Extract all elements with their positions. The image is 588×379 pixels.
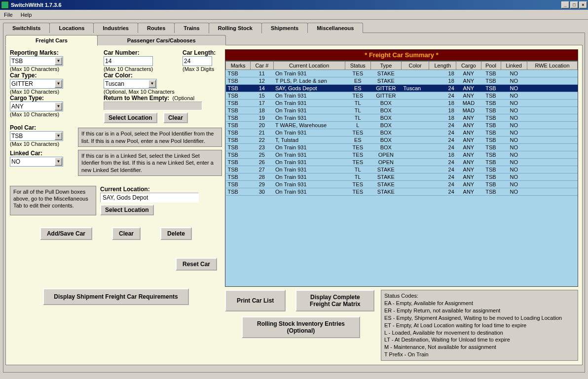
col-header[interactable]: Linked [501, 62, 527, 70]
table-row[interactable]: TSB14SAY, Gods DepotESGITTERTuscan24ANYT… [226, 85, 578, 92]
col-header[interactable]: Status [345, 62, 370, 70]
table-row[interactable]: TSB29On Train 931TESSTAKE24ANYTSBNO [226, 181, 578, 188]
col-header[interactable]: Pool [481, 62, 501, 70]
table-row[interactable]: TSB19On Train 931TLBOX18ANYTSBNO [226, 114, 578, 122]
tab-trains[interactable]: Trains [174, 23, 209, 33]
select-location-button-1[interactable]: Select Location [104, 112, 157, 123]
status-line: ER - Empty Return, not available for ass… [384, 307, 575, 314]
table-row[interactable]: TSB11On Train 931TESSTAKE18ANYTSBNO [226, 70, 578, 77]
titlebar: SwitchWithIt 1.7.3.6 _ □ × [0, 0, 588, 10]
table-row[interactable]: TSB22T, TulstadESBOX24ANYTSBNO [226, 137, 578, 144]
car-length-label: Car Length: [183, 49, 232, 56]
menu-file[interactable]: File [2, 11, 15, 19]
table-row[interactable]: TSB27On Train 931TLSTAKE24ANYTSBNO [226, 166, 578, 173]
pool-car-combo[interactable]: TSB▼ [10, 131, 63, 141]
status-line: M - Maintenance, Not available for assig… [384, 344, 575, 351]
chevron-down-icon: ▼ [55, 57, 62, 65]
table-row[interactable]: TSB15On Train 931TESGITTER24ANYTSBNO [226, 92, 578, 100]
clear-location-button[interactable]: Clear [163, 112, 188, 123]
chevron-down-icon: ▼ [55, 132, 62, 140]
maximize-button[interactable]: □ [570, 1, 578, 8]
col-header[interactable]: Type [370, 62, 401, 70]
car-color-combo[interactable]: Tuscan▼ [104, 79, 157, 89]
table-row[interactable]: TSB17On Train 931TLBOX18MADTSBNO [226, 100, 578, 107]
tab-miscellaneous[interactable]: Miscellaneous [307, 23, 363, 33]
col-header[interactable]: Current Location [273, 62, 345, 70]
status-line: EA - Empty, Available for Assignment [384, 300, 575, 307]
car-type-combo[interactable]: GITTER▼ [10, 79, 63, 89]
car-number-label: Car Number: [104, 49, 178, 56]
current-location-value: SAY, Gods Depot [100, 193, 199, 203]
table-row[interactable]: TSB18On Train 931TLBOX18MADTSBNO [226, 107, 578, 114]
status-line: ES - Empty, Shipment Assigned, Waiting t… [384, 314, 575, 322]
reporting-marks-label: Reporting Marks: [10, 49, 99, 56]
pool-car-info: If this car is in a Pool, select the Poo… [78, 128, 222, 147]
table-row[interactable]: TSB30On Train 931TESSTAKE24ANYTSBNO [226, 188, 578, 196]
car-color-label: Car Color: [104, 72, 232, 79]
status-line: LT - At Destination, Waiting for Unload … [384, 336, 575, 344]
app-icon [1, 1, 9, 9]
delete-button[interactable]: Delete [160, 227, 192, 240]
car-type-label: Car Type: [10, 72, 99, 79]
menubar: File Help [0, 10, 588, 20]
tab-shipments[interactable]: Shipments [261, 23, 308, 33]
status-line: ET - Empty, At Load Location waiting for… [384, 322, 575, 329]
summary-title: * Freight Car Summary * [225, 49, 578, 61]
current-location-label: Current Location: [100, 186, 199, 193]
chevron-down-icon: ▼ [55, 158, 62, 166]
car-number-input[interactable] [104, 56, 153, 66]
col-header[interactable]: Car # [251, 62, 273, 70]
reporting-marks-combo[interactable]: TSB▼ [10, 56, 63, 66]
chevron-down-icon: ▼ [55, 103, 62, 110]
table-row[interactable]: TSB28On Train 931TLSTAKE24ANYTSBNO [226, 173, 578, 181]
pool-car-label: Pool Car: [10, 124, 74, 131]
table-row[interactable]: TSB21On Train 931TESBOX24ANYTSBNO [226, 129, 578, 137]
cargo-type-combo[interactable]: ANY▼ [10, 102, 63, 111]
tab-routes[interactable]: Routes [138, 23, 175, 33]
car-length-input[interactable] [183, 56, 212, 66]
form-area: Reporting Marks: TSB▼ (Max 10 Characters… [10, 49, 222, 361]
minimize-button[interactable]: _ [561, 1, 569, 8]
display-requirements-button[interactable]: Display Shipment Freight Car Requirement… [43, 288, 188, 305]
table-row[interactable]: TSB26On Train 931TESOPEN24ANYTSBNO [226, 159, 578, 166]
summary-table-wrap[interactable]: MarksCar #Current LocationStatusTypeColo… [225, 61, 578, 287]
summary-table: MarksCar #Current LocationStatusTypeColo… [225, 61, 578, 196]
linked-car-info: If this car is in a Linked Set, select t… [78, 150, 222, 176]
tab-switchlists[interactable]: Switchlists [3, 23, 50, 33]
status-line: L - Loaded, Available for movement to de… [384, 329, 575, 337]
table-row[interactable]: TSB20T WARE, WarehouseLBOX24ANYTSBNO [226, 122, 578, 129]
tab-rolling-stock[interactable]: Rolling Stock [209, 23, 262, 34]
subtab-freight-cars[interactable]: Freight Cars [5, 35, 98, 46]
clear-button[interactable]: Clear [112, 227, 141, 240]
misc-hint: For all of the Pull Down boxes above, go… [10, 186, 96, 215]
table-row[interactable]: TSB25On Train 931TESOPEN18ANYTSBNO [226, 151, 578, 159]
status-line: T Prefix - On Train [384, 351, 575, 358]
status-codes-box: Status Codes: EA - Empty, Available for … [381, 290, 578, 361]
display-matrix-button[interactable]: Display Complete Freight Car Matrix [295, 290, 374, 311]
col-header[interactable]: Color [402, 62, 429, 70]
return-empty-label: Return to When Empty: [104, 95, 169, 102]
inventory-button[interactable]: Rolling Stock Inventory Entries (Optiona… [242, 316, 360, 338]
return-empty-value [104, 102, 202, 110]
tab-locations[interactable]: Locations [49, 23, 94, 33]
select-location-button-2[interactable]: Select Location [100, 205, 154, 215]
menu-help[interactable]: Help [19, 11, 34, 19]
chevron-down-icon: ▼ [55, 80, 62, 88]
linked-car-combo[interactable]: NO▼ [10, 157, 63, 167]
reset-car-button[interactable]: Reset Car [176, 258, 217, 271]
print-car-list-button[interactable]: Print Car List [225, 290, 286, 311]
col-header[interactable]: Length [429, 62, 456, 70]
chevron-down-icon: ▼ [148, 80, 156, 88]
col-header[interactable]: Cargo [456, 62, 481, 70]
table-row[interactable]: TSB23On Train 931TESBOX24ANYTSBNO [226, 144, 578, 151]
linked-car-label: Linked Car: [10, 150, 74, 157]
table-row[interactable]: TSB12T PLS, P. Lade & sønESSTAKE18ANYTSB… [226, 77, 578, 85]
tab-industries[interactable]: Industries [93, 23, 138, 33]
col-header[interactable]: Marks [226, 62, 251, 70]
close-button[interactable]: × [579, 1, 587, 8]
add-save-button[interactable]: Add/Save Car [40, 227, 92, 240]
window-title: SwitchWithIt 1.7.3.6 [11, 2, 561, 8]
col-header[interactable]: RWE Location [527, 62, 577, 70]
subtab-passenger-cars-cabooses[interactable]: Passenger Cars/Cabooses [97, 35, 226, 45]
cargo-type-label: Cargo Type: [10, 95, 99, 102]
